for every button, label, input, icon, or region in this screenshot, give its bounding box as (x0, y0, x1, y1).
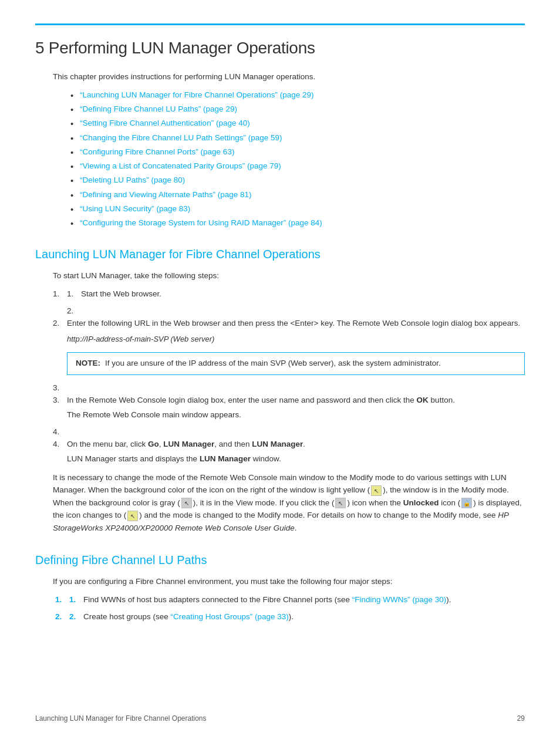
toc-link-1[interactable]: “Launching LUN Manager for Fibre Channel… (80, 90, 313, 99)
creating-host-groups-link[interactable]: “Creating Host Groups” (page 33) (171, 612, 289, 621)
step-3-subtext: The Remote Web Console main window appea… (67, 410, 241, 419)
step-2: 2. Enter the following URL in the Web br… (67, 305, 525, 375)
step-2-num: 2. (53, 318, 67, 330)
toc-link-9[interactable]: “Using LUN Security” (page 83) (80, 204, 190, 213)
section2-steps: 1. Find WWNs of host bus adapters connec… (53, 594, 525, 623)
step-1: 1. Start the Web browser. (53, 288, 525, 301)
step-4: 4. On the menu bar, click Go, LUN Manage… (53, 426, 525, 465)
toc-item-5: “Configuring Fibre Channel Ports” (page … (70, 146, 525, 158)
toc-item-3: “Setting Fibre Channel Authentication” (… (70, 117, 525, 129)
toc-item-4: “Changing the Fibre Channel LU Path Sett… (70, 132, 525, 144)
toc-item-7: “Deleting LU Paths” (page 80) (70, 174, 525, 186)
step-4-text: On the menu bar, click Go, LUN Manager, … (67, 438, 305, 451)
section2-step-2: 2. Create host groups (see “Creating Hos… (53, 611, 525, 623)
step-3-num: 3. (53, 394, 67, 407)
note-text: If you are unsure of the IP address of t… (105, 357, 441, 369)
toc-item-2: “Defining Fibre Channel LU Paths” (page … (70, 103, 525, 115)
footer-right: 29 (517, 713, 525, 724)
chapter-title: 5 Performing LUN Manager Operations (35, 36, 525, 60)
url-line: http://IP-address-of-main-SVP (Web serve… (67, 333, 525, 345)
note-label: NOTE: (76, 357, 100, 370)
toc-item-9: “Using LUN Security” (page 83) (70, 203, 525, 215)
section2-step-1: 1. Find WWNs of host bus adapters connec… (53, 594, 525, 606)
body-paragraph: It is necessary to change the mode of th… (53, 471, 525, 535)
click-icon: ↖ (335, 498, 346, 508)
unlocked-icon: 🔓 (461, 498, 472, 508)
toc-item-10: “Configuring the Storage System for Usin… (70, 217, 525, 229)
step-2-text: Enter the following URL in the Web brows… (67, 318, 520, 330)
step-4-subtext: LUN Manager starts and displays the LUN … (67, 454, 281, 463)
toc-item-8: “Defining and Viewing Alternate Paths” (… (70, 189, 525, 201)
section1-intro: To start LUN Manager, take the following… (53, 270, 525, 282)
section2-step-2-text: Create host groups (see “Creating Host G… (83, 611, 294, 623)
toc-link-3[interactable]: “Setting Fibre Channel Authentication” (… (80, 119, 250, 127)
top-rule (35, 23, 525, 25)
toc-list: “Launching LUN Manager for Fibre Channel… (70, 89, 525, 229)
section2-step-2-num: 2. (69, 611, 83, 623)
toc-link-6[interactable]: “Viewing a List of Concatenated Parity G… (80, 161, 281, 170)
step-1-num: 1. (67, 288, 81, 301)
toc-link-2[interactable]: “Defining Fibre Channel LU Paths” (page … (80, 104, 237, 113)
gray-icon: ↖ (181, 498, 192, 508)
toc-link-4[interactable]: “Changing the Fibre Channel LU Path Sett… (80, 133, 282, 142)
intro-text: This chapter provides instructions for p… (53, 71, 525, 83)
finding-wwns-link[interactable]: “Finding WWNs” (page 30) (352, 595, 447, 604)
toc-link-7[interactable]: “Deleting LU Paths” (page 80) (80, 175, 185, 184)
yellow-icon: ↖ (371, 485, 382, 496)
section2-step-1-num: 1. (69, 594, 83, 606)
toc-link-8[interactable]: “Defining and Viewing Alternate Paths” (… (80, 190, 251, 199)
ok-bold: OK (417, 396, 429, 404)
section2-step-1-text: Find WWNs of host bus adapters connected… (83, 594, 451, 606)
note-box: NOTE: If you are unsure of the IP addres… (67, 352, 525, 375)
toc-link-10[interactable]: “Configuring the Storage System for Usin… (80, 218, 322, 227)
section2-title: Defining Fibre Channel LU Paths (35, 551, 525, 569)
unlocked-label: Unlocked (403, 498, 439, 507)
toc-item-1: “Launching LUN Manager for Fibre Channel… (70, 89, 525, 101)
step-4-num: 4. (53, 438, 67, 451)
footer-left: Launching LUN Manager for Fibre Channel … (35, 713, 207, 724)
step-3-text: In the Remote Web Console login dialog b… (67, 394, 455, 407)
toc-link-5[interactable]: “Configuring Fibre Channel Ports” (page … (80, 147, 234, 156)
section1-steps: 1. Start the Web browser. 2. Enter the f… (53, 288, 525, 465)
section1-title: Launching LUN Manager for Fibre Channel … (35, 245, 525, 263)
step-1-text: Start the Web browser. (81, 288, 161, 301)
book-ref: HP StorageWorks XP24000/XP20000 Remote W… (53, 511, 508, 532)
section2-intro: If you are configuring a Fibre Channel e… (53, 576, 525, 588)
modified-icon: ↖ (127, 511, 138, 521)
toc-item-6: “Viewing a List of Concatenated Parity G… (70, 160, 525, 172)
step-3: 3. In the Remote Web Console login dialo… (53, 382, 525, 421)
